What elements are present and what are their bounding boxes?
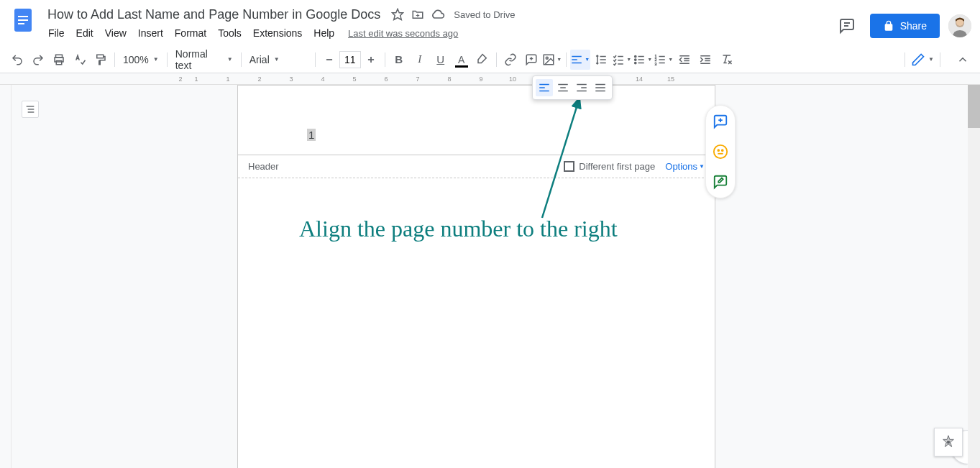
vertical-ruler[interactable] bbox=[0, 85, 12, 468]
header-label: Header bbox=[248, 161, 279, 172]
svg-point-71 bbox=[718, 150, 719, 151]
image-button[interactable]: ▼ bbox=[542, 50, 562, 70]
align-button[interactable]: ▼ bbox=[570, 50, 590, 70]
svg-rect-55 bbox=[947, 441, 950, 444]
align-justify-option[interactable] bbox=[592, 79, 609, 96]
font-size-control bbox=[319, 50, 381, 70]
last-edit-link[interactable]: Last edit was seconds ago bbox=[348, 28, 458, 39]
comment-side-panel bbox=[705, 105, 736, 198]
font-size-increase[interactable] bbox=[361, 50, 381, 70]
style-select[interactable]: Normal text▼ bbox=[171, 50, 237, 70]
menu-view[interactable]: View bbox=[100, 24, 132, 42]
comment-button[interactable] bbox=[521, 50, 541, 70]
menu-extensions[interactable]: Extensions bbox=[248, 24, 307, 42]
annotation-arrow bbox=[535, 92, 592, 221]
doc-title[interactable]: How to Add Last Name and Page Number in … bbox=[43, 6, 385, 24]
toolbar: 100%▼ Normal text▼ Arial▼ B I U A ▼ ▼ ▼ … bbox=[0, 46, 980, 73]
font-size-decrease[interactable] bbox=[319, 50, 339, 70]
menu-format[interactable]: Format bbox=[170, 24, 211, 42]
zoom-select[interactable]: 100%▼ bbox=[119, 50, 163, 70]
outline-button[interactable] bbox=[22, 101, 39, 118]
svg-rect-13 bbox=[97, 55, 104, 58]
hide-menus-button[interactable] bbox=[953, 50, 973, 70]
align-center-option[interactable] bbox=[554, 79, 572, 96]
line-spacing-button[interactable] bbox=[591, 50, 611, 70]
svg-point-31 bbox=[635, 58, 636, 60]
menubar: File Edit View Insert Format Tools Exten… bbox=[43, 24, 833, 42]
indent-decrease-button[interactable] bbox=[674, 50, 695, 70]
svg-rect-2 bbox=[18, 19, 28, 21]
redo-button[interactable] bbox=[28, 50, 48, 70]
title-area: How to Add Last Name and Page Number in … bbox=[43, 6, 833, 42]
editor-area: 1 Header Different first page Options▼ bbox=[0, 85, 980, 468]
align-left-option[interactable] bbox=[536, 79, 553, 96]
svg-marker-4 bbox=[393, 9, 403, 20]
document-page[interactable]: 1 Header Different first page Options▼ bbox=[237, 85, 715, 468]
menu-edit[interactable]: Edit bbox=[71, 24, 99, 42]
header-options-bar: Header Different first page Options▼ bbox=[238, 155, 715, 178]
align-popup bbox=[532, 75, 613, 100]
app-header: How to Add Last Name and Page Number in … bbox=[0, 0, 980, 46]
indent-increase-button[interactable] bbox=[695, 50, 715, 70]
move-icon[interactable] bbox=[411, 7, 425, 22]
vertical-scrollbar[interactable] bbox=[968, 85, 980, 468]
print-button[interactable] bbox=[49, 50, 69, 70]
lock-icon bbox=[883, 20, 894, 32]
text-color-button[interactable]: A bbox=[452, 50, 472, 70]
emoji-reaction-icon[interactable] bbox=[710, 142, 731, 162]
header-options-link[interactable]: Options▼ bbox=[665, 161, 705, 172]
link-button[interactable] bbox=[500, 50, 521, 70]
svg-point-32 bbox=[635, 62, 636, 63]
clear-format-button[interactable] bbox=[716, 50, 736, 70]
saved-status: Saved to Drive bbox=[454, 9, 515, 20]
paint-format-button[interactable] bbox=[91, 50, 111, 70]
bullet-list-button[interactable]: ▼ bbox=[633, 50, 653, 70]
suggest-edits-icon[interactable] bbox=[710, 172, 731, 192]
svg-rect-1 bbox=[18, 16, 28, 17]
horizontal-ruler[interactable]: 21123456789101112131415 bbox=[0, 73, 980, 85]
share-label: Share bbox=[900, 20, 927, 32]
add-comment-icon[interactable] bbox=[710, 111, 731, 132]
pen-icon bbox=[911, 52, 925, 67]
svg-point-30 bbox=[635, 55, 636, 57]
svg-text:3: 3 bbox=[655, 61, 657, 65]
undo-button[interactable] bbox=[7, 50, 27, 70]
page-number[interactable]: 1 bbox=[307, 129, 316, 141]
share-button[interactable]: Share bbox=[870, 14, 940, 38]
annotation-text: Align the page number to the right bbox=[299, 216, 618, 242]
docs-logo[interactable] bbox=[9, 6, 37, 35]
checklist-button[interactable]: ▼ bbox=[612, 50, 632, 70]
menu-file[interactable]: File bbox=[43, 24, 70, 42]
comments-history-icon[interactable] bbox=[833, 12, 861, 40]
font-select[interactable]: Arial▼ bbox=[245, 50, 311, 70]
menu-insert[interactable]: Insert bbox=[133, 24, 168, 42]
numbered-list-button[interactable]: 123▼ bbox=[654, 50, 674, 70]
menu-help[interactable]: Help bbox=[308, 24, 339, 42]
explore-button[interactable] bbox=[934, 428, 963, 456]
account-avatar[interactable] bbox=[948, 14, 971, 37]
font-size-input[interactable] bbox=[339, 51, 361, 68]
svg-line-75 bbox=[542, 98, 580, 218]
spellcheck-button[interactable] bbox=[70, 50, 90, 70]
align-right-option[interactable] bbox=[573, 79, 590, 96]
underline-button[interactable]: U bbox=[431, 50, 451, 70]
star-icon[interactable] bbox=[390, 7, 405, 22]
svg-point-72 bbox=[722, 150, 723, 151]
editing-mode-select[interactable]: ▼ bbox=[899, 51, 946, 68]
page-header-zone[interactable]: 1 bbox=[238, 86, 715, 155]
bold-button[interactable]: B bbox=[389, 50, 409, 70]
menu-tools[interactable]: Tools bbox=[213, 24, 247, 42]
cloud-saved-icon[interactable] bbox=[431, 7, 445, 22]
italic-button[interactable]: I bbox=[410, 50, 430, 70]
svg-point-20 bbox=[546, 57, 549, 59]
svg-point-70 bbox=[714, 145, 727, 158]
highlight-button[interactable] bbox=[472, 50, 493, 70]
svg-rect-3 bbox=[18, 23, 24, 24]
